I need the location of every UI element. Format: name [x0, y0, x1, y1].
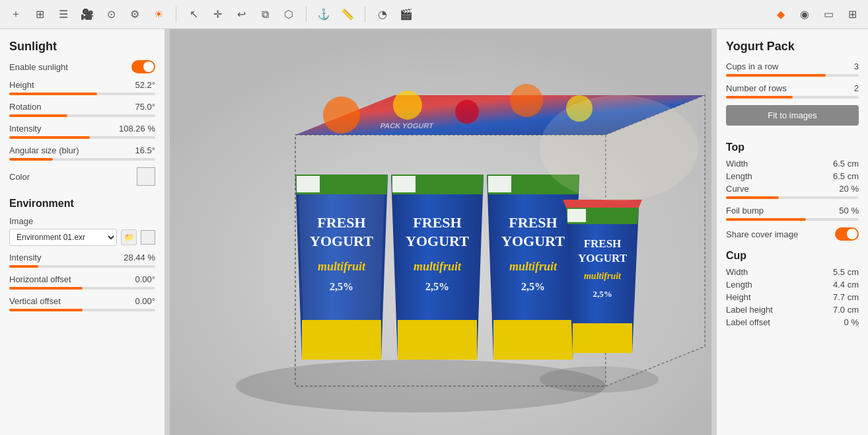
env-intensity-value: 28.44 % — [124, 253, 155, 262]
menu-icon[interactable]: ☰ — [54, 5, 73, 24]
svg-text:multifruit: multifruit — [414, 260, 462, 273]
svg-text:YOGURT: YOGURT — [406, 233, 469, 249]
cups-value: 3 — [854, 61, 859, 71]
svg-point-8 — [455, 100, 479, 124]
top-length-value: 6.5 cm — [833, 171, 859, 181]
top-header: Top — [726, 141, 859, 153]
label-offset-value: 0 % — [844, 317, 859, 327]
film-icon[interactable]: 🎬 — [397, 5, 416, 24]
measure-icon[interactable]: 📏 — [338, 5, 357, 24]
rows-slider[interactable] — [726, 96, 859, 99]
cups-label: Cups in a row — [726, 61, 778, 71]
svg-rect-20 — [297, 176, 320, 192]
svg-point-47 — [540, 95, 698, 201]
svg-point-6 — [323, 97, 360, 134]
svg-text:multifruit: multifruit — [318, 260, 366, 273]
enable-sunlight-toggle[interactable] — [131, 60, 155, 73]
rotation-row: Rotation 75.0° — [9, 102, 155, 112]
svg-marker-15 — [299, 194, 384, 320]
curve-slider[interactable] — [726, 196, 859, 199]
height-value: 52.2° — [135, 80, 155, 90]
anchor-icon[interactable]: ⚓ — [314, 5, 333, 24]
enable-sunlight-label: Enable sunlight — [9, 62, 68, 72]
cursor-icon[interactable]: ↖ — [184, 5, 203, 24]
svg-text:YOGURT: YOGURT — [501, 233, 565, 249]
rotation-slider[interactable] — [9, 114, 155, 117]
svg-text:YOGURT: YOGURT — [578, 252, 628, 264]
svg-rect-46 — [567, 209, 586, 222]
intensity-label: Intensity — [9, 124, 41, 134]
label-offset-label: Label offset — [726, 317, 770, 327]
nodes-icon[interactable]: ⬡ — [279, 5, 298, 24]
grid3-icon[interactable]: ⊞ — [843, 5, 861, 24]
foil-bump-value: 50 % — [839, 206, 859, 216]
horizontal-value: 0.00° — [135, 274, 155, 284]
svg-text:2,5%: 2,5% — [425, 281, 449, 292]
svg-point-7 — [393, 91, 422, 120]
angular-slider[interactable] — [9, 158, 155, 161]
curve-value: 20 % — [839, 184, 859, 194]
fit-to-images-button[interactable]: Fit to images — [726, 105, 859, 126]
rows-value: 2 — [854, 83, 859, 93]
move-icon[interactable]: ✛ — [208, 5, 227, 24]
env-intensity-slider[interactable] — [9, 265, 155, 268]
horizontal-slider[interactable] — [9, 287, 155, 290]
panel-icon[interactable]: ▭ — [819, 5, 838, 24]
intensity-slider[interactable] — [9, 136, 155, 139]
svg-text:multifruit: multifruit — [509, 260, 558, 273]
label-height-label: Label height — [726, 305, 773, 315]
settings-icon[interactable]: ⚙ — [126, 5, 144, 24]
transform-icon[interactable]: ⧉ — [256, 5, 274, 24]
cup-length-value: 4.4 cm — [833, 280, 859, 290]
cups-slider[interactable] — [726, 74, 859, 77]
share-cover-toggle[interactable] — [835, 227, 859, 241]
svg-marker-23 — [398, 320, 477, 360]
svg-marker-41 — [563, 200, 642, 208]
sun-icon[interactable]: ☀ — [149, 5, 168, 24]
svg-text:YOGURT: YOGURT — [310, 233, 373, 249]
foil-bump-label: Foil bump — [726, 206, 764, 216]
svg-text:2,5%: 2,5% — [593, 289, 612, 299]
cups-row: Cups in a row 3 — [726, 61, 859, 71]
svg-point-9 — [510, 84, 543, 117]
rotation-label: Rotation — [9, 102, 41, 112]
left-panel: Sunlight Enable sunlight Height 52.2° Ro… — [0, 29, 165, 435]
svg-text:2,5%: 2,5% — [330, 281, 353, 292]
intensity-row: Intensity 108.26 % — [9, 124, 155, 134]
clock-icon[interactable]: ◔ — [373, 5, 392, 24]
env-select[interactable]: Environment 01.exr — [9, 229, 117, 246]
vertical-slider[interactable] — [9, 309, 155, 311]
angular-row: Angular size (blur) 16.5° — [9, 145, 155, 155]
svg-text:multifruit: multifruit — [584, 271, 622, 281]
top-width-value: 6.5 cm — [833, 159, 859, 169]
curve-label: Curve — [726, 184, 749, 194]
sphere-icon[interactable]: ◉ — [795, 5, 814, 24]
grid-icon[interactable]: ⊞ — [30, 5, 49, 24]
svg-text:FRESH: FRESH — [584, 237, 622, 250]
share-cover-label: Share cover image — [726, 229, 798, 239]
horizontal-row: Horizontal offset 0.00° — [9, 274, 155, 284]
foil-bump-slider[interactable] — [726, 218, 859, 221]
svg-rect-28 — [392, 176, 416, 192]
label-height-value: 7.0 cm — [833, 305, 859, 315]
vertical-label: Vertical offset — [9, 296, 61, 306]
env-color-swatch[interactable] — [141, 230, 155, 245]
cup-width-value: 5.5 cm — [833, 267, 859, 277]
toolbar-right: ◆ ◉ ▭ ⊞ — [772, 5, 861, 24]
top-width-row: Width 6.5 cm — [726, 159, 859, 169]
right-title: Yogurt Pack — [726, 40, 859, 54]
undo-icon[interactable]: ↩ — [232, 5, 250, 24]
foil-bump-row: Foil bump 50 % — [726, 206, 859, 216]
cube-icon[interactable]: ◆ — [772, 5, 790, 24]
height-label: Height — [9, 80, 34, 90]
sunlight-title: Sunlight — [9, 40, 155, 54]
color-swatch[interactable] — [137, 167, 155, 186]
cup-length-row: Length 4.4 cm — [726, 280, 859, 290]
add-icon[interactable]: ＋ — [7, 5, 25, 24]
env-folder-btn[interactable]: 📁 — [121, 229, 137, 245]
height-slider[interactable] — [9, 93, 155, 95]
canvas-area[interactable]: PACK YOGURT FRESH YOGURT multifruit 2,5% — [165, 29, 716, 435]
camera-icon[interactable]: 🎥 — [78, 5, 96, 24]
divider-2 — [306, 7, 307, 22]
crop-icon[interactable]: ⊙ — [102, 5, 120, 24]
